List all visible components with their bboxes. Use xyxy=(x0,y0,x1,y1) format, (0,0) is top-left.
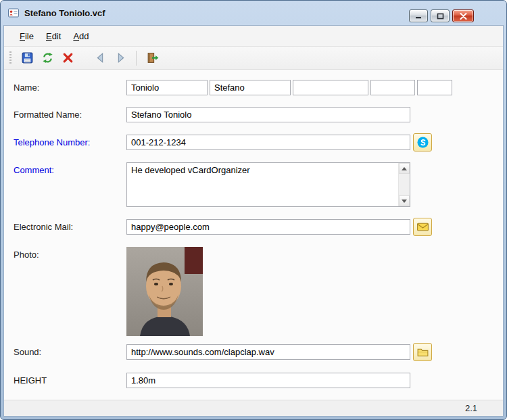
delete-icon xyxy=(62,51,74,64)
name-suffix-input[interactable] xyxy=(417,80,452,95)
vcard-version-text: 2.1 xyxy=(465,403,477,413)
minimize-icon xyxy=(415,13,422,19)
menu-add[interactable]: Add xyxy=(67,28,95,44)
close-button[interactable] xyxy=(452,9,474,22)
height-input[interactable] xyxy=(126,373,410,388)
window-title: Stefano Toniolo.vcf xyxy=(24,8,105,18)
browse-sound-button[interactable] xyxy=(413,343,432,361)
field-row-comment: Comment: He developed vCardOrganizer xyxy=(14,162,493,207)
refresh-icon xyxy=(41,51,54,64)
contact-photo[interactable] xyxy=(126,247,203,336)
name-label: Name: xyxy=(14,83,126,93)
minimize-button[interactable] xyxy=(409,9,428,22)
previous-button[interactable] xyxy=(91,49,109,67)
field-row-height: HEIGHT xyxy=(14,372,493,388)
field-row-photo: Photo: xyxy=(14,247,493,336)
vcard-app-icon xyxy=(7,7,20,19)
comment-scrollbar[interactable] xyxy=(398,163,410,206)
maximize-icon xyxy=(437,13,444,20)
field-row-formatted-name: Formatted Name: xyxy=(14,106,493,122)
telephone-label[interactable]: Telephone Number: xyxy=(14,137,126,147)
formatted-name-input[interactable] xyxy=(126,107,410,122)
comment-textarea[interactable]: He developed vCardOrganizer xyxy=(127,163,397,206)
vcard-editor-window: Stefano Toniolo.vcf File Edit Add xyxy=(0,0,507,420)
menu-file[interactable]: File xyxy=(14,28,40,44)
exit-icon xyxy=(146,51,159,64)
telephone-input[interactable] xyxy=(126,135,410,150)
toolbar xyxy=(4,46,503,70)
skype-call-button[interactable] xyxy=(413,133,432,151)
toolbar-gripper xyxy=(9,51,11,65)
height-label: HEIGHT xyxy=(14,375,126,386)
additional-name-input[interactable] xyxy=(293,80,368,95)
family-name-input[interactable] xyxy=(126,80,208,95)
photo-image xyxy=(126,247,203,336)
field-row-telephone: Telephone Number: xyxy=(14,133,493,151)
save-icon xyxy=(21,51,34,64)
email-icon xyxy=(416,220,429,233)
save-button[interactable] xyxy=(18,49,36,67)
folder-icon xyxy=(416,346,429,358)
scroll-down-button[interactable] xyxy=(399,195,410,206)
formatted-name-label: Formatted Name: xyxy=(14,110,126,120)
send-email-button[interactable] xyxy=(413,218,432,236)
field-row-name: Name: xyxy=(14,79,493,95)
given-name-input[interactable] xyxy=(210,80,291,95)
scroll-up-icon xyxy=(402,167,407,170)
close-icon xyxy=(460,13,467,20)
delete-button[interactable] xyxy=(59,49,76,67)
refresh-button[interactable] xyxy=(39,49,56,67)
name-prefix-input[interactable] xyxy=(370,80,415,95)
previous-icon xyxy=(94,51,107,64)
toolbar-separator xyxy=(136,51,137,66)
exit-button[interactable] xyxy=(143,49,161,67)
scroll-up-button[interactable] xyxy=(399,163,410,174)
vcard-form: Name: Formatted Name: Telephone Number: xyxy=(4,70,503,400)
field-row-sound: Sound: xyxy=(14,343,493,361)
skype-icon xyxy=(416,136,429,149)
next-icon xyxy=(114,51,127,64)
sound-input[interactable] xyxy=(126,344,410,360)
menu-bar: File Edit Add xyxy=(4,26,503,46)
maximize-button[interactable] xyxy=(431,9,450,22)
scroll-down-icon xyxy=(402,200,407,203)
name-inputs xyxy=(126,80,452,95)
window-controls xyxy=(409,9,474,22)
menu-edit[interactable]: Edit xyxy=(40,28,67,44)
next-button[interactable] xyxy=(112,49,129,67)
status-bar: 2.1 xyxy=(4,400,503,416)
client-area: File Edit Add xyxy=(3,25,504,417)
field-row-email: Electronic Mail: xyxy=(14,218,493,236)
photo-label: Photo: xyxy=(14,247,126,260)
sound-label: Sound: xyxy=(14,347,126,357)
comment-label[interactable]: Comment: xyxy=(14,162,126,175)
comment-box: He developed vCardOrganizer xyxy=(126,162,410,207)
email-input[interactable] xyxy=(126,219,410,235)
email-label: Electronic Mail: xyxy=(14,222,126,232)
